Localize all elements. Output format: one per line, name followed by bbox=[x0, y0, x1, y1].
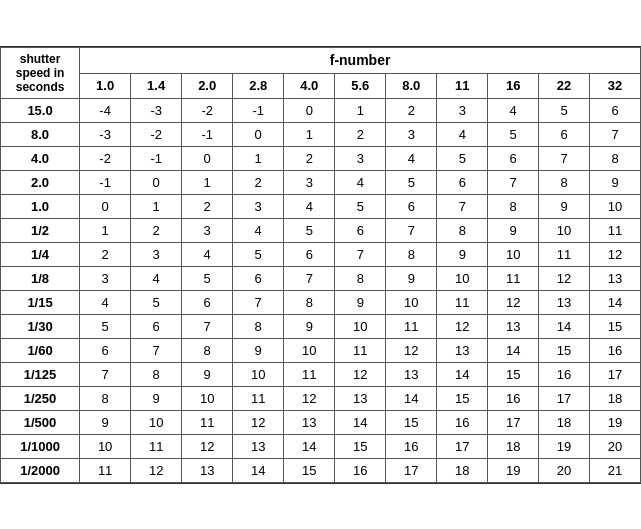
col-header-2.8: 2.8 bbox=[233, 73, 284, 98]
cell-r4-c9: 9 bbox=[539, 194, 590, 218]
shutter-value-11: 1/125 bbox=[1, 362, 80, 386]
cell-r12-c1: 9 bbox=[131, 386, 182, 410]
table-row: 15.0-4-3-2-10123456 bbox=[1, 98, 641, 122]
cell-r7-c7: 10 bbox=[437, 266, 488, 290]
cell-r0-c6: 2 bbox=[386, 98, 437, 122]
shutter-value-13: 1/500 bbox=[1, 410, 80, 434]
cell-r9-c7: 12 bbox=[437, 314, 488, 338]
cell-r2-c0: -2 bbox=[80, 146, 131, 170]
cell-r10-c3: 9 bbox=[233, 338, 284, 362]
cell-r0-c9: 5 bbox=[539, 98, 590, 122]
cell-r9-c8: 13 bbox=[488, 314, 539, 338]
cell-r8-c9: 13 bbox=[539, 290, 590, 314]
cell-r4-c8: 8 bbox=[488, 194, 539, 218]
table-row: 1/60678910111213141516 bbox=[1, 338, 641, 362]
cell-r14-c5: 15 bbox=[335, 434, 386, 458]
cell-r13-c6: 15 bbox=[386, 410, 437, 434]
cell-r13-c2: 11 bbox=[182, 410, 233, 434]
cell-r1-c4: 1 bbox=[284, 122, 335, 146]
cell-r5-c1: 2 bbox=[131, 218, 182, 242]
cell-r3-c1: 0 bbox=[131, 170, 182, 194]
ev-table-container: shutter speed in seconds f-number 1.01.4… bbox=[0, 46, 641, 484]
shutter-value-0: 15.0 bbox=[1, 98, 80, 122]
cell-r12-c6: 14 bbox=[386, 386, 437, 410]
cell-r13-c0: 9 bbox=[80, 410, 131, 434]
cell-r13-c8: 17 bbox=[488, 410, 539, 434]
cell-r6-c9: 11 bbox=[539, 242, 590, 266]
col-header-2.0: 2.0 bbox=[182, 73, 233, 98]
col-header-1.4: 1.4 bbox=[131, 73, 182, 98]
cell-r4-c10: 10 bbox=[590, 194, 641, 218]
cell-r6-c7: 9 bbox=[437, 242, 488, 266]
f-number-header: f-number bbox=[80, 47, 641, 73]
cell-r8-c1: 5 bbox=[131, 290, 182, 314]
cell-r13-c7: 16 bbox=[437, 410, 488, 434]
cell-r3-c7: 6 bbox=[437, 170, 488, 194]
cell-r9-c1: 6 bbox=[131, 314, 182, 338]
cell-r3-c9: 8 bbox=[539, 170, 590, 194]
cell-r1-c10: 7 bbox=[590, 122, 641, 146]
cell-r8-c3: 7 bbox=[233, 290, 284, 314]
cell-r3-c6: 5 bbox=[386, 170, 437, 194]
cell-r12-c2: 10 bbox=[182, 386, 233, 410]
cell-r9-c10: 15 bbox=[590, 314, 641, 338]
cell-r1-c0: -3 bbox=[80, 122, 131, 146]
cell-r1-c3: 0 bbox=[233, 122, 284, 146]
cell-r14-c8: 18 bbox=[488, 434, 539, 458]
cell-r11-c8: 15 bbox=[488, 362, 539, 386]
cell-r5-c3: 4 bbox=[233, 218, 284, 242]
cell-r12-c3: 11 bbox=[233, 386, 284, 410]
cell-r1-c5: 2 bbox=[335, 122, 386, 146]
cell-r13-c1: 10 bbox=[131, 410, 182, 434]
cell-r3-c0: -1 bbox=[80, 170, 131, 194]
cell-r3-c5: 4 bbox=[335, 170, 386, 194]
cell-r10-c8: 14 bbox=[488, 338, 539, 362]
cell-r8-c0: 4 bbox=[80, 290, 131, 314]
cell-r6-c3: 5 bbox=[233, 242, 284, 266]
table-row: 1/8345678910111213 bbox=[1, 266, 641, 290]
shutter-value-7: 1/8 bbox=[1, 266, 80, 290]
col-headers-row: 1.01.42.02.84.05.68.011162232 bbox=[1, 73, 641, 98]
cell-r9-c3: 8 bbox=[233, 314, 284, 338]
cell-r9-c6: 11 bbox=[386, 314, 437, 338]
shutter-value-8: 1/15 bbox=[1, 290, 80, 314]
cell-r6-c5: 7 bbox=[335, 242, 386, 266]
shutter-value-10: 1/60 bbox=[1, 338, 80, 362]
shutter-speed-header: shutter speed in seconds bbox=[1, 47, 80, 98]
cell-r9-c4: 9 bbox=[284, 314, 335, 338]
cell-r11-c9: 16 bbox=[539, 362, 590, 386]
cell-r0-c0: -4 bbox=[80, 98, 131, 122]
cell-r0-c10: 6 bbox=[590, 98, 641, 122]
cell-r15-c4: 15 bbox=[284, 458, 335, 482]
cell-r6-c8: 10 bbox=[488, 242, 539, 266]
cell-r5-c0: 1 bbox=[80, 218, 131, 242]
cell-r6-c2: 4 bbox=[182, 242, 233, 266]
cell-r7-c5: 8 bbox=[335, 266, 386, 290]
table-row: 8.0-3-2-101234567 bbox=[1, 122, 641, 146]
cell-r14-c6: 16 bbox=[386, 434, 437, 458]
ev-table: shutter speed in seconds f-number 1.01.4… bbox=[0, 47, 641, 483]
cell-r4-c6: 6 bbox=[386, 194, 437, 218]
cell-r11-c0: 7 bbox=[80, 362, 131, 386]
cell-r3-c8: 7 bbox=[488, 170, 539, 194]
table-row: 1/10001011121314151617181920 bbox=[1, 434, 641, 458]
cell-r14-c9: 19 bbox=[539, 434, 590, 458]
cell-r7-c1: 4 bbox=[131, 266, 182, 290]
cell-r11-c3: 10 bbox=[233, 362, 284, 386]
cell-r15-c9: 20 bbox=[539, 458, 590, 482]
cell-r6-c6: 8 bbox=[386, 242, 437, 266]
cell-r15-c0: 11 bbox=[80, 458, 131, 482]
cell-r5-c5: 6 bbox=[335, 218, 386, 242]
cell-r0-c8: 4 bbox=[488, 98, 539, 122]
cell-r2-c6: 4 bbox=[386, 146, 437, 170]
cell-r0-c4: 0 bbox=[284, 98, 335, 122]
cell-r5-c7: 8 bbox=[437, 218, 488, 242]
shutter-value-14: 1/1000 bbox=[1, 434, 80, 458]
cell-r11-c6: 13 bbox=[386, 362, 437, 386]
table-row: 1/423456789101112 bbox=[1, 242, 641, 266]
cell-r2-c9: 7 bbox=[539, 146, 590, 170]
table-row: 1/154567891011121314 bbox=[1, 290, 641, 314]
cell-r8-c10: 14 bbox=[590, 290, 641, 314]
cell-r7-c8: 11 bbox=[488, 266, 539, 290]
cell-r0-c2: -2 bbox=[182, 98, 233, 122]
